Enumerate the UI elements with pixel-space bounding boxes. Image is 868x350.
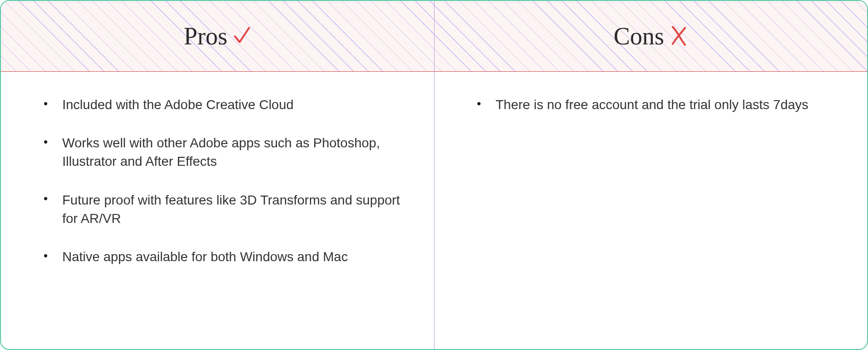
check-icon	[233, 25, 251, 48]
table-headers: Pros Cons	[1, 1, 867, 72]
cons-title: Cons	[614, 22, 664, 50]
list-item: Future proof with features like 3D Trans…	[43, 191, 401, 228]
list-item: Native apps available for both Windows a…	[43, 248, 401, 266]
pros-content: Included with the Adobe Creative Cloud W…	[1, 72, 434, 349]
cons-list: There is no free account and the trial o…	[477, 95, 835, 114]
table-content: Included with the Adobe Creative Cloud W…	[1, 72, 867, 349]
x-icon	[670, 24, 688, 49]
pros-cons-table: Pros Cons Included with the Adobe Creati…	[0, 0, 868, 350]
cons-header: Cons	[434, 1, 868, 71]
pros-header: Pros	[1, 1, 434, 71]
cons-content: There is no free account and the trial o…	[434, 72, 868, 349]
pros-list: Included with the Adobe Creative Cloud W…	[43, 95, 401, 266]
pros-title: Pros	[184, 22, 227, 50]
list-item: Included with the Adobe Creative Cloud	[43, 95, 401, 114]
list-item: Works well with other Adobe apps such as…	[43, 134, 401, 171]
list-item: There is no free account and the trial o…	[477, 95, 835, 114]
